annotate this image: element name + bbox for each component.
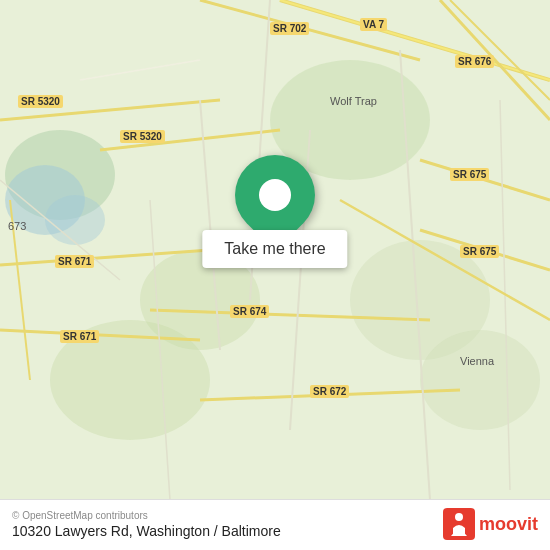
copyright-text: © OpenStreetMap contributors — [12, 510, 281, 521]
moovit-icon — [443, 508, 475, 540]
map-background — [0, 0, 550, 550]
moovit-logo: moovit — [443, 508, 538, 540]
moovit-label: moovit — [479, 514, 538, 535]
address-block: © OpenStreetMap contributors 10320 Lawye… — [12, 510, 281, 539]
svg-point-8 — [420, 330, 540, 430]
info-bar: © OpenStreetMap contributors 10320 Lawye… — [0, 499, 550, 550]
map-container: VA 7 SR 702 SR 676 SR 5320 SR 5320 Wolf … — [0, 0, 550, 550]
take-me-there-button[interactable]: Take me there — [202, 230, 347, 268]
svg-point-33 — [455, 513, 463, 521]
address-text: 10320 Lawyers Rd, Washington / Baltimore — [12, 523, 281, 539]
svg-point-3 — [45, 195, 105, 245]
location-pin — [235, 155, 315, 235]
